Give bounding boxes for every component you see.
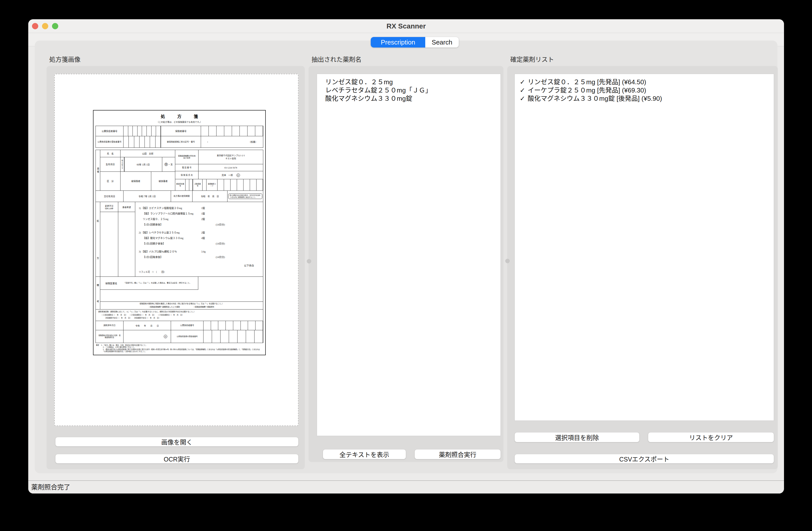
rx-days: (14日分) (216, 255, 243, 260)
rx-text: 【1日1回朝食後】 (139, 222, 201, 228)
status-message: 薬剤照合完了 (31, 481, 70, 493)
rx-line: リンゼス錠０．２５mg 2錠 (139, 216, 261, 222)
org-label: 保険医療機関の所在地及び名称 (175, 150, 198, 164)
sex-female: 女 (171, 163, 173, 166)
remarks-vertical-2: 考 (97, 300, 99, 303)
pharmacy-row: 保険薬局の所在地及び名称 保険薬剤師氏名 印 公費負担医療の受給者番号 (96, 330, 263, 343)
splitter-handle-right[interactable] (505, 259, 510, 263)
extracted-text-area[interactable]: リンゼス錠０．２５mg レベチラセタム錠２５０mg「ＪＧ」 酸化マグネシウム３３… (317, 74, 501, 436)
rx-qty: 1錠 (201, 205, 216, 211)
panel-image: 処 方 箋 （この処方箋は、どの保険薬局でも有効です。） 公費負担者番号 保険者… (46, 66, 305, 469)
rx-block: 処 方 変更不可 （医療上必要） (96, 202, 263, 277)
number-grid (202, 179, 206, 190)
kohi-number-label: 公費負担者番号 (96, 126, 123, 136)
sex-cell: 男 ・ 女 (162, 157, 175, 172)
number-grid (203, 321, 263, 330)
doctor-seal-icon: 印 (236, 173, 240, 177)
remarks-vertical-label: 備 考 (96, 277, 100, 309)
sex-separator: ・ (168, 163, 170, 166)
pref-label: 都道府県番号 (175, 179, 185, 190)
dispensed-date-label: 調剤済年月日 (96, 321, 123, 330)
signature-label: 保険医署名 (100, 277, 122, 289)
extracted-item[interactable]: リンゼス錠０．２５mg (325, 78, 496, 86)
show-all-text-button[interactable]: 全テキストを表示 (323, 449, 406, 459)
footnote-3: ３．療養の給付及び公費負担医療に関する費用の請求に関する省令（昭和51年厚生省令… (96, 348, 262, 353)
number-grid (217, 179, 263, 190)
rx-qty: 3.6g (201, 249, 216, 255)
kohi-number-label-2: 公費負担者番号 (171, 321, 203, 330)
patient-request-column: 患者希望 (118, 202, 135, 276)
run-drug-match-button[interactable]: 薬剤照合実行 (415, 449, 501, 459)
rx-columns: 変更不可 （医療上必要） 患者希望 (100, 202, 135, 276)
number-grid (123, 136, 161, 147)
delete-selected-button[interactable]: 選択項目を削除 (514, 432, 639, 442)
confirmed-item[interactable]: ✓リンゼス錠０．２５mg [先発品] (¥64.50) (520, 78, 770, 86)
code-label: 医療機関コード (206, 179, 217, 190)
rx-line: 【般】ランソプラゾール口腔内崩壊錠１５mg 1錠 (139, 211, 261, 216)
org-value: 東京都千代田区サンプル1-2-3 テスト医院 (198, 150, 263, 164)
birth-label: 生年月日 (100, 157, 120, 172)
rx-vertical-2: 方 (97, 256, 99, 260)
prescription-form: 処 方 箋 （この処方箋は、どの保険薬局でも有効です。） 公費負担者番号 保険者… (93, 110, 266, 355)
rx-days (216, 211, 243, 216)
remarks-inner: 保険医署名 「変更不可」欄に「レ」又は「×」を記載した場合は、署名又は記名・押印… (100, 277, 263, 309)
kubun-dependent: 被扶養者 (151, 172, 175, 190)
footnote-2: ２．この用紙は、Ａ列５番を標準とすること。 (96, 346, 262, 348)
confirmed-item[interactable]: ✓酸化マグネシウム３３０mg錠 [後発品] (¥5.90) (520, 95, 770, 103)
confirmed-item-text: 酸化マグネシウム３３０mg錠 [後発品] (¥5.90) (528, 95, 662, 102)
check-icon: ✓ (520, 78, 525, 86)
kigo-value: ・ （枝番） (201, 136, 263, 147)
hokenja-label: 保険者番号 (161, 126, 201, 136)
confirmed-list[interactable]: ✓リンゼス錠０．２５mg [先発品] (¥64.50) ✓イーケプラ錠２５０mg… (514, 74, 774, 421)
doctor-signature-box: 保険医署名 「変更不可」欄に「レ」又は「×」を記載した場合は、署名又は記名・押印… (100, 277, 198, 290)
rx-text: 2) 【般】レベチラセタム錠２５０mg (139, 230, 201, 235)
form-subtitle: （この処方箋は、どの保険薬局でも有効です。） (93, 120, 265, 126)
desktop-background: RX Scanner Prescription Search 処方箋画像 抽出さ… (0, 0, 812, 531)
dispensing-row-2: 次回調剤予定日（ 年 月 日） 次回調剤予定日（ 年 月 日） (98, 317, 261, 319)
rx-days (216, 235, 243, 241)
run-ocr-button[interactable]: OCR実行 (55, 454, 299, 463)
patient-table: 患者 氏 名 山田 太郎 生年月日 明大昭平令 60 (96, 150, 263, 191)
rx-blank-label: 以下余白 (244, 263, 254, 269)
insurer-number-table: 公費負担者番号 保険者番号 公費負担医療の受給者番号 被保険者資格に係る記号・番… (96, 126, 263, 148)
doctor-label: 保 険 医 氏 名 (175, 171, 198, 179)
rx-lines: 1) 【般】エビナスチン塩酸塩錠２０mg 1錠 【般】ランソプラゾール口腔内崩壊… (135, 202, 263, 276)
extracted-item[interactable]: レベチラセタム錠２５０mg「ＪＧ」 (325, 86, 496, 95)
extracted-item[interactable]: 酸化マグネシウム３３０mg錠 (325, 95, 496, 103)
rx-vertical-label: 処 方 (96, 202, 100, 276)
remarks-vertical-1: 備 (97, 283, 99, 287)
period-label: 処方箋の使用期間 (171, 191, 192, 202)
remarks-block: 備 考 保険医署名 「変更不可」欄に「レ」又は「×」を記載した場合は、署名又は記… (96, 276, 263, 310)
clear-list-button[interactable]: リストをクリア (648, 432, 774, 442)
period-note: 特に記載のある場合を除き、交付の日を含めて4日以内に保険薬局に提出すること。 (228, 193, 262, 199)
tel-label: 電 話 番 号 (175, 164, 198, 171)
tel-value: 03-1234-5678 (198, 164, 263, 171)
splitter-handle-left[interactable] (307, 259, 311, 263)
doctor-name: 見本 一郎 (221, 173, 233, 177)
csv-export-button[interactable]: CSVエクスポート (514, 454, 774, 463)
rx-text: 3) 【般】バルプロ酸Na顆粒２０％ (139, 249, 201, 255)
rx-qty: 2錠 (201, 230, 216, 235)
rx-line: 【1日2回朝夕食後】 (14日分) (139, 241, 261, 246)
leftover-option-2: □保険医療機関へ情報提供 (194, 306, 214, 308)
rx-line: 【般】酸化マグネシウム錠３３０mg 4錠 (139, 235, 261, 241)
rx-text: 【1日2回朝夕食後】 (139, 241, 201, 246)
kigo-branch: （枝番） (248, 140, 258, 144)
rx-qty: 1錠 (201, 211, 216, 216)
kigo-label: 被保険者資格に係る記号・番号 (161, 136, 201, 147)
org-name: テスト医院 (226, 157, 236, 160)
number-grid (203, 330, 263, 343)
confirmed-item[interactable]: ✓イーケプラ錠２５０mg [先発品] (¥69.30) (520, 86, 770, 95)
issue-date-value: 令和 7年 1月 1日 (123, 191, 171, 202)
period-value: 令和 年 月 日 (192, 191, 227, 202)
no-change-label: 変更不可 (105, 204, 113, 207)
kubun-insured: 被保険者 (120, 172, 151, 190)
rx-line: 3) 【般】バルプロ酸Na顆粒２０％ 3.6g (139, 249, 261, 255)
form-footnotes: 備考 １．「処方」欄には、薬名、分量、用法及び用量を記載すること。 ２．この用紙… (93, 343, 265, 354)
open-image-button[interactable]: 画像を開く (55, 437, 299, 446)
number-grid (123, 126, 161, 136)
tab-prescription[interactable]: Prescription (371, 37, 425, 47)
era-column: 明大昭平令 (120, 157, 124, 172)
patient-vertical-label: 患者 (96, 150, 100, 190)
tab-search[interactable]: Search (425, 37, 459, 47)
